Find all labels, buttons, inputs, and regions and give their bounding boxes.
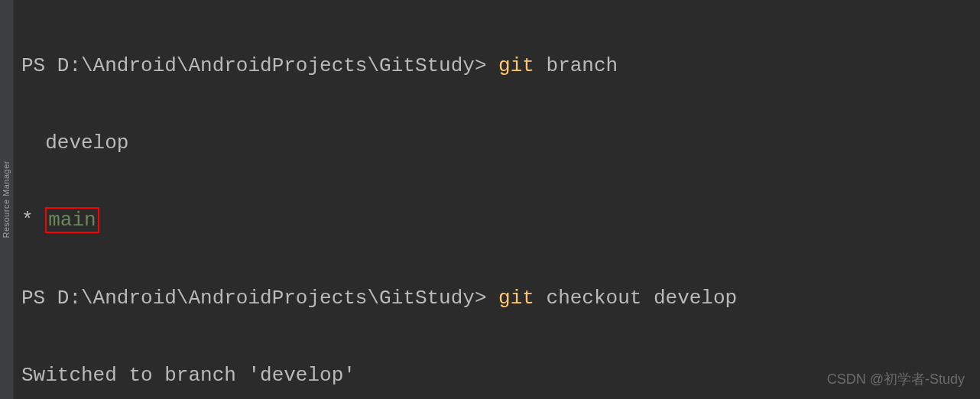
sidebar-label: Resource Manager	[0, 161, 15, 238]
terminal-line: develop	[21, 124, 980, 163]
git-command: git	[498, 287, 534, 310]
watermark-text: CSDN @初学者-Study	[827, 366, 965, 393]
command-args: branch	[534, 54, 618, 77]
terminal-line: * main	[21, 201, 980, 240]
current-branch-highlighted: main	[45, 207, 99, 233]
ide-sidebar[interactable]: Resource Manager	[0, 0, 14, 399]
branch-output: develop	[21, 131, 128, 154]
branch-marker: *	[21, 209, 45, 232]
prompt-path: PS D:\Android\AndroidProjects\GitStudy>	[21, 287, 487, 310]
prompt-path: PS D:\Android\AndroidProjects\GitStudy>	[21, 54, 487, 77]
switch-output: Switched to branch 'develop'	[21, 364, 355, 387]
terminal-line: PS D:\Android\AndroidProjects\GitStudy> …	[21, 47, 980, 86]
command-args: checkout develop	[534, 287, 737, 310]
terminal-output[interactable]: PS D:\Android\AndroidProjects\GitStudy> …	[0, 0, 980, 399]
terminal-line: PS D:\Android\AndroidProjects\GitStudy> …	[21, 279, 980, 318]
git-command: git	[498, 54, 534, 77]
